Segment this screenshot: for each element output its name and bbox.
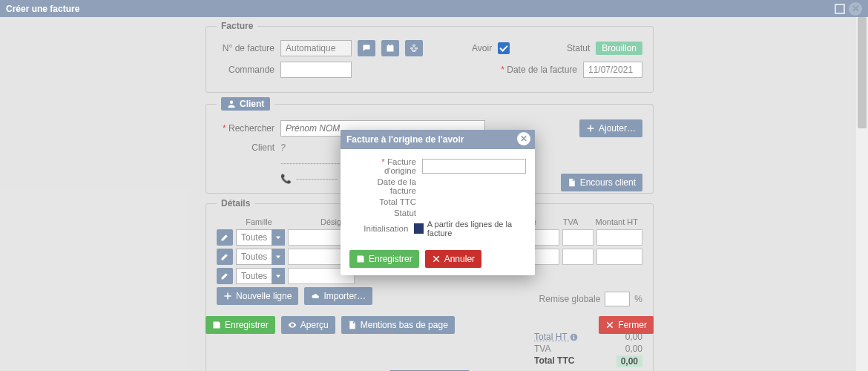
label-modal-statut: Statut — [349, 209, 422, 217]
save-button[interactable]: Enregistrer — [206, 316, 275, 334]
tva-input[interactable] — [562, 229, 594, 246]
label-client: Client — [217, 142, 274, 153]
status-badge: Brouillon — [596, 42, 642, 55]
init-text: A partir des lignes de la facture — [427, 220, 526, 237]
input-facture-origine[interactable] — [422, 159, 526, 174]
montant-input[interactable] — [596, 229, 642, 246]
legend-facture: Facture — [217, 21, 257, 31]
edit-row-button[interactable] — [217, 268, 233, 284]
header-tva: TVA — [552, 217, 589, 226]
edit-row-button[interactable] — [217, 249, 233, 265]
header-famille: Famille — [218, 217, 300, 226]
legend-client: Client — [217, 97, 274, 111]
input-date-facture[interactable]: 11/07/2021 — [583, 62, 642, 78]
header-montant: Montant HT — [589, 217, 641, 226]
modal-cancel-button[interactable]: Annuler — [425, 250, 481, 268]
checkbox-init[interactable] — [414, 223, 423, 234]
famille-select[interactable]: Toutes — [236, 268, 285, 284]
close-button[interactable]: Fermer — [599, 316, 654, 334]
input-remise[interactable] — [605, 292, 630, 306]
famille-select[interactable]: Toutes — [236, 229, 285, 246]
client-phone-placeholder: -------------- — [296, 174, 338, 184]
encours-client-button[interactable]: Encours client — [561, 174, 642, 191]
legend-details: Détails — [217, 198, 254, 209]
label-facture-origine: Facture d'origine — [349, 157, 422, 175]
label-modal-init: Initialisation — [349, 224, 414, 233]
tva-label: TVA — [534, 344, 550, 354]
maximize-icon[interactable] — [834, 3, 846, 15]
window-title: Créer une facture — [6, 4, 79, 14]
total-ttc-label: Total TTC — [534, 355, 574, 367]
edit-row-button[interactable] — [217, 229, 233, 246]
label-avoir: Avoir — [472, 43, 492, 53]
new-line-button[interactable]: Nouvelle ligne — [217, 287, 298, 305]
label-modal-date: Date de la facture — [349, 177, 422, 195]
add-client-button[interactable]: Ajouter… — [579, 119, 642, 137]
client-name-value: ? — [280, 142, 286, 153]
total-ttc-value: 0,00 — [617, 355, 642, 367]
checkbox-avoir[interactable] — [498, 42, 510, 54]
modal-origine-avoir: Facture à l'origine de l'avoir ✕ Facture… — [341, 130, 535, 275]
montant-input[interactable] — [596, 249, 642, 265]
modal-save-button[interactable]: Enregistrer — [349, 250, 419, 268]
mentions-button[interactable]: Mentions bas de page — [341, 316, 455, 334]
label-rechercher: Rechercher — [217, 123, 274, 134]
comment-icon[interactable] — [358, 40, 375, 56]
label-remise: Remise globale — [539, 294, 601, 304]
totals-block: Total HT 0,00 TVA0,00 Total TTC0,00 — [534, 330, 642, 369]
section-facture: Facture N° de facture Automatique Avoir … — [206, 21, 654, 93]
phone-icon: 📞 — [280, 174, 292, 184]
scrollbar-thumb[interactable] — [858, 17, 867, 128]
import-button[interactable]: Importer… — [304, 287, 372, 305]
modal-close-icon[interactable]: ✕ — [517, 132, 530, 145]
label-date-facture: Date de la facture — [501, 65, 577, 75]
remise-globale: Remise globale % — [539, 292, 642, 306]
label-statut: Statut — [567, 43, 590, 53]
tva-value: 0,00 — [625, 344, 642, 354]
preview-button[interactable]: Aperçu — [281, 316, 335, 334]
label-pct: % — [634, 294, 642, 304]
branch-icon[interactable] — [405, 40, 423, 56]
famille-select[interactable]: Toutes — [236, 249, 285, 265]
window-scrollbar[interactable] — [856, 17, 868, 371]
modal-title: Facture à l'origine de l'avoir — [346, 134, 464, 145]
label-modal-total: Total TTC — [349, 197, 422, 206]
modal-titlebar: Facture à l'origine de l'avoir ✕ — [341, 130, 535, 149]
input-numero-facture: Automatique — [280, 40, 352, 56]
window-titlebar: Créer une facture ✕ — [0, 0, 868, 17]
tva-input[interactable] — [562, 249, 594, 265]
calendar-icon[interactable] — [381, 40, 399, 56]
label-numero-facture: N° de facture — [217, 43, 274, 53]
close-window-icon[interactable]: ✕ — [849, 2, 862, 16]
label-commande: Commande — [217, 65, 274, 75]
input-commande[interactable] — [280, 62, 352, 78]
